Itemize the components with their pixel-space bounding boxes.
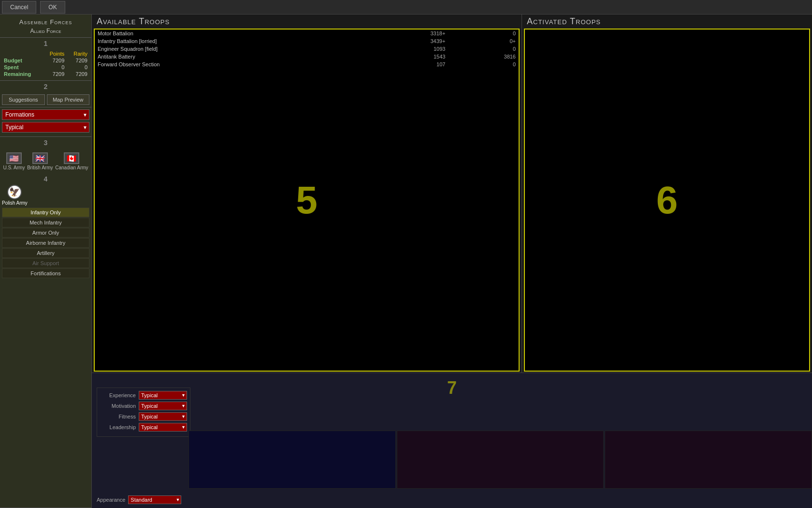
unit-air-support[interactable]: Air Support	[2, 258, 89, 268]
appearance-label: Appearance	[97, 497, 125, 503]
appearance-select[interactable]: Standard Elite Basic	[128, 495, 181, 504]
activated-troops-number: 6	[656, 178, 678, 223]
sidebar-subtitle: Allied Force	[0, 27, 91, 38]
suggestions-button[interactable]: Suggestions	[2, 94, 45, 105]
canadian-flag-icon: 🇨🇦	[64, 152, 79, 164]
budget-points: 7209	[42, 57, 66, 64]
typical-select[interactable]: Typical	[2, 122, 89, 133]
troop-name: Forward Observer Section	[95, 60, 365, 68]
us-army-item[interactable]: 🇺🇸 U.S. Army	[3, 152, 25, 170]
remaining-points: 7209	[42, 71, 66, 77]
fitness-label: Fitness	[100, 414, 139, 419]
sidebar: Assemble Forces Allied Force 1 Points Ra…	[0, 15, 92, 508]
points-header: Points	[42, 50, 66, 57]
experience-select-wrapper: Typical Veteran Inexperienced ▼	[139, 391, 187, 400]
activated-troops-title: Activated Troops	[522, 15, 812, 28]
motivation-select-wrapper: Typical Veteran Inexperienced ▼	[139, 402, 187, 410]
fitness-row: Fitness Typical Veteran Inexperienced ▼	[100, 412, 187, 421]
cancel-button[interactable]: Cancel	[2, 1, 36, 14]
british-flag-icon: 🇬🇧	[32, 152, 48, 164]
sidebar-title: Assemble Forces	[0, 15, 91, 27]
experience-select[interactable]: Typical Veteran Inexperienced	[139, 391, 187, 400]
motivation-row: Motivation Typical Veteran Inexperienced…	[100, 402, 187, 410]
section-3-label: 3	[0, 137, 91, 149]
spent-points: 0	[42, 64, 66, 71]
unit-fortifications[interactable]: Fortifications	[2, 269, 89, 278]
unit-infantry-only[interactable]: Infantry Only	[2, 208, 89, 217]
unit-mech-infantry[interactable]: Mech Infantry	[2, 218, 89, 227]
polish-emblem-icon: 🦅	[7, 185, 22, 199]
british-army-item[interactable]: 🇬🇧 British Army	[27, 152, 53, 170]
typical-dropdown-wrapper: Typical ▼	[2, 122, 89, 133]
motivation-label: Motivation	[100, 403, 139, 409]
section-2-label: 2	[0, 81, 91, 92]
dropdowns-section: Formations ▼ Typical ▼	[0, 107, 91, 137]
troop-points: 1543	[365, 53, 448, 60]
table-row[interactable]: Antitank Battery 1543 3816	[95, 53, 519, 60]
rarity-header: Rarity	[66, 50, 89, 57]
troop-rarity: 0	[448, 30, 519, 37]
polish-army-row: 🦅 Polish Army	[2, 185, 89, 206]
leadership-select-wrapper: Typical Veteran Inexperienced ▼	[139, 423, 187, 432]
leadership-label: Leadership	[100, 424, 139, 430]
content-area: Available Troops Motor Battalion 3318+ 0…	[92, 15, 812, 508]
troop-rarity: 3816	[448, 53, 519, 60]
activated-troops-list[interactable]: 6	[524, 29, 810, 372]
section-1-label: 1	[0, 38, 91, 49]
experience-row: Experience Typical Veteran Inexperienced…	[100, 391, 187, 400]
activated-troops-panel: Activated Troops 6	[522, 15, 812, 373]
troop-name: Antitank Battery	[95, 53, 365, 60]
army-section: 🇺🇸 U.S. Army 🇬🇧 British Army 🇨🇦 Canadian…	[0, 149, 91, 508]
appearance-select-wrapper: Standard Elite Basic ▼	[128, 495, 181, 504]
bottom-section: 7 Experience Typical Veteran Inexperienc…	[92, 373, 812, 508]
table-row[interactable]: Forward Observer Section 107 0	[95, 60, 519, 68]
troop-rarity: 0	[448, 45, 519, 53]
leadership-select[interactable]: Typical Veteran Inexperienced	[139, 423, 187, 432]
british-army-label: British Army	[27, 165, 53, 170]
fitness-select[interactable]: Typical Veteran Inexperienced	[139, 412, 187, 421]
table-row[interactable]: Engineer Squadron [field] 1093 0	[95, 45, 519, 53]
unit-type-list: Infantry Only Mech Infantry Armor Only A…	[2, 208, 89, 278]
polish-army-item[interactable]: 🦅 Polish Army	[2, 185, 28, 206]
formations-select[interactable]: Formations	[2, 109, 89, 120]
remaining-rarity: 7209	[66, 71, 89, 77]
budget-table: Points Rarity Budget 7209 7209 Spent 0 0…	[2, 50, 89, 77]
available-troops-title: Available Troops	[92, 15, 522, 28]
map-preview-button[interactable]: Map Preview	[47, 94, 90, 105]
fitness-select-wrapper: Typical Veteran Inexperienced ▼	[139, 412, 187, 421]
bottom-panel-blue	[188, 431, 396, 489]
canadian-army-label: Canadian Army	[55, 165, 88, 170]
troop-rarity: 0+	[448, 37, 519, 45]
bottom-color-panels	[188, 431, 812, 489]
troop-name: Motor Battalion	[95, 30, 365, 37]
attributes-panel: Experience Typical Veteran Inexperienced…	[97, 388, 190, 437]
us-flag-icon: 🇺🇸	[6, 152, 22, 164]
remaining-label: Remaining	[2, 71, 42, 77]
unit-airborne-infantry[interactable]: Airborne Infantry	[2, 238, 89, 248]
polish-army-label: Polish Army	[2, 200, 28, 206]
motivation-select[interactable]: Typical Veteran Inexperienced	[139, 402, 187, 410]
unit-artillery[interactable]: Artillery	[2, 248, 89, 258]
troop-name: Infantry Battalion [lorried]	[95, 37, 365, 45]
ok-button[interactable]: OK	[40, 1, 65, 14]
troop-points: 1093	[365, 45, 448, 53]
table-row[interactable]: Motor Battalion 3318+ 0	[95, 30, 519, 37]
budget-label: Budget	[2, 57, 42, 64]
buttons-section: Suggestions Map Preview	[0, 92, 91, 107]
spent-label: Spent	[2, 64, 42, 71]
appearance-row: Appearance Standard Elite Basic ▼	[97, 495, 181, 504]
main-layout: Assemble Forces Allied Force 1 Points Ra…	[0, 15, 812, 508]
top-panels: Available Troops Motor Battalion 3318+ 0…	[92, 15, 812, 373]
table-row[interactable]: Infantry Battalion [lorried] 3439+ 0+	[95, 37, 519, 45]
army-flags-row: 🇺🇸 U.S. Army 🇬🇧 British Army 🇨🇦 Canadian…	[2, 150, 89, 172]
experience-label: Experience	[100, 392, 139, 398]
troop-name: Engineer Squadron [field]	[95, 45, 365, 53]
available-troops-panel: Available Troops Motor Battalion 3318+ 0…	[92, 15, 522, 373]
us-army-label: U.S. Army	[3, 165, 25, 170]
available-troops-list[interactable]: Motor Battalion 3318+ 0Infantry Battalio…	[94, 29, 520, 372]
leadership-row: Leadership Typical Veteran Inexperienced…	[100, 423, 187, 432]
canadian-army-item[interactable]: 🇨🇦 Canadian Army	[55, 152, 88, 170]
bottom-panel-purple-2	[605, 431, 812, 489]
budget-rarity: 7209	[66, 57, 89, 64]
unit-armor-only[interactable]: Armor Only	[2, 228, 89, 238]
